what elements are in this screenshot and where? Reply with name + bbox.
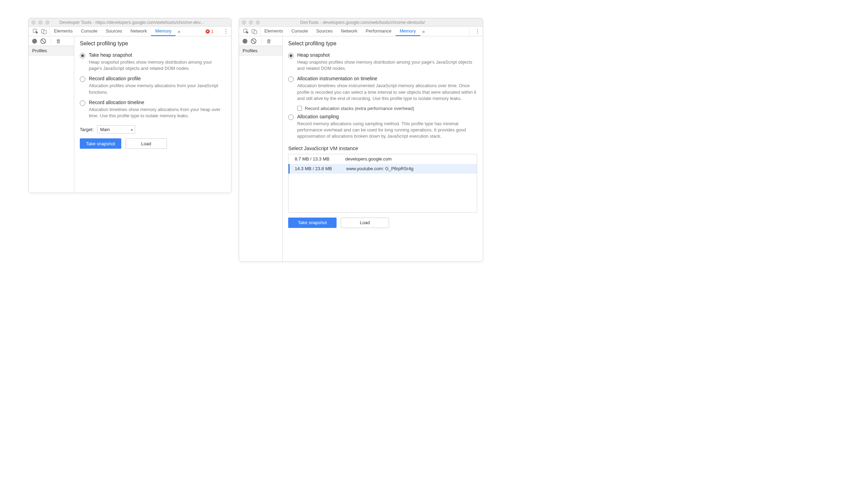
tab-memory[interactable]: Memory (396, 27, 420, 36)
error-count: 1 (211, 29, 214, 34)
panel-tabs: Elements Console Sources Network Perform… (239, 27, 483, 36)
option-allocation-timeline[interactable]: Allocation instrumentation on timeline A… (288, 74, 477, 104)
device-toggle-icon[interactable] (252, 29, 257, 34)
option-heap-snapshot[interactable]: Take heap snapshot Heap snapshot profile… (80, 50, 226, 74)
close-window-icon[interactable] (242, 20, 246, 25)
clear-icon[interactable] (40, 38, 46, 44)
sidebar-profiles-header[interactable]: Profiles (29, 46, 74, 56)
target-row: Target: Main ▾ (80, 125, 226, 134)
inspect-icon[interactable] (33, 29, 38, 34)
option-heap-snapshot[interactable]: Heap snapshot Heap snapshot profiles sho… (288, 50, 477, 74)
option-title: Allocation sampling (297, 114, 477, 119)
tab-console[interactable]: Console (77, 27, 102, 36)
option-allocation-sampling[interactable]: Allocation sampling Record memory alloca… (288, 112, 477, 142)
sidebar-profiles-header[interactable]: Profiles (239, 46, 282, 56)
main-panel: Select profiling type Heap snapshot Heap… (283, 36, 483, 261)
svg-rect-5 (254, 30, 257, 34)
take-snapshot-button[interactable]: Take snapshot (288, 218, 337, 228)
take-snapshot-button[interactable]: Take snapshot (80, 138, 121, 149)
titlebar: Developer Tools - https://developers.goo… (29, 18, 231, 27)
devtools-window-left: Developer Tools - https://developers.goo… (28, 18, 232, 193)
record-icon[interactable] (32, 39, 37, 44)
error-badge[interactable]: ✕ 1 (206, 29, 214, 34)
more-tabs-icon[interactable] (176, 27, 182, 36)
target-value: Main (100, 127, 110, 132)
radio-icon[interactable] (80, 53, 85, 58)
radio-icon[interactable] (288, 53, 294, 58)
inspect-icon[interactable] (243, 29, 249, 34)
vm-mem: 8.7 MB / 13.3 MB (289, 156, 344, 162)
option-desc: Allocation timelines show memory allocat… (89, 107, 226, 119)
option-allocation-timeline[interactable]: Record allocation timeline Allocation ti… (80, 98, 226, 121)
delete-icon[interactable]: 🗑 (266, 38, 272, 44)
radio-icon[interactable] (80, 76, 85, 82)
tab-memory[interactable]: Memory (151, 27, 176, 36)
option-allocation-profile[interactable]: Record allocation profile Allocation pro… (80, 74, 226, 97)
tab-sources[interactable]: Sources (102, 27, 126, 36)
divider (218, 28, 218, 35)
load-button[interactable]: Load (125, 138, 167, 149)
maximize-window-icon[interactable] (256, 20, 260, 25)
option-desc: Record memory allocations using sampling… (297, 121, 477, 140)
devtools-window-right: DevTools - developers.google.com/web/too… (239, 18, 483, 262)
record-icon[interactable] (243, 39, 247, 44)
traffic-lights (242, 20, 260, 25)
tab-console[interactable]: Console (287, 27, 312, 36)
suboption-record-stacks[interactable]: Record allocation stacks (extra performa… (297, 104, 477, 112)
tab-elements[interactable]: Elements (260, 27, 287, 36)
minimize-window-icon[interactable] (249, 20, 253, 25)
panel-tabs: Elements Console Sources Network Memory … (29, 27, 231, 36)
load-button[interactable]: Load (341, 218, 389, 228)
minimize-window-icon[interactable] (38, 20, 43, 25)
profiles-sidebar: 🗑 Profiles (239, 36, 283, 261)
tab-network[interactable]: Network (126, 27, 151, 36)
vm-instance-row[interactable]: 8.7 MB / 13.3 MB developers.google.com (289, 154, 477, 164)
option-desc: Heap snapshot profiles show memory distr… (297, 59, 477, 72)
profiling-heading: Select profiling type (288, 40, 477, 47)
close-window-icon[interactable] (31, 20, 36, 25)
vm-host: developers.google.com (344, 156, 477, 162)
settings-menu-icon[interactable] (474, 29, 479, 34)
traffic-lights (31, 20, 49, 25)
window-title: DevTools - developers.google.com/web/too… (265, 20, 480, 25)
tab-network[interactable]: Network (337, 27, 362, 36)
tab-elements[interactable]: Elements (50, 27, 77, 36)
checkbox-icon[interactable] (297, 106, 302, 111)
svg-rect-2 (44, 30, 46, 34)
divider (261, 38, 262, 44)
option-title: Allocation instrumentation on timeline (297, 76, 477, 81)
target-label: Target: (80, 127, 94, 132)
chevron-down-icon: ▾ (131, 128, 133, 132)
radio-icon[interactable] (80, 100, 85, 106)
button-row: Take snapshot Load (288, 218, 477, 228)
vm-table: 8.7 MB / 13.3 MB developers.google.com 1… (288, 154, 477, 213)
vm-instance-row[interactable]: 14.3 MB / 23.8 MB www.youtube.com: G_P6r… (289, 164, 477, 174)
window-title: Developer Tools - https://developers.goo… (54, 20, 228, 25)
vm-mem: 14.3 MB / 23.8 MB (290, 166, 345, 171)
suboption-label: Record allocation stacks (extra performa… (305, 106, 414, 111)
option-desc: Allocation profiles show memory allocati… (89, 83, 226, 95)
option-title: Record allocation profile (89, 76, 226, 81)
clear-icon[interactable] (251, 38, 256, 44)
divider (51, 38, 51, 44)
profiles-sidebar: 🗑 Profiles (29, 36, 74, 193)
option-desc: Heap snapshot profiles show memory distr… (89, 59, 226, 72)
device-toggle-icon[interactable] (41, 29, 47, 34)
profiling-heading: Select profiling type (80, 40, 226, 47)
settings-menu-icon[interactable] (222, 29, 228, 34)
radio-icon[interactable] (288, 76, 294, 82)
tab-sources[interactable]: Sources (312, 27, 337, 36)
target-select[interactable]: Main ▾ (97, 125, 135, 134)
button-row: Take snapshot Load (80, 138, 226, 149)
option-title: Heap snapshot (297, 52, 477, 58)
more-tabs-icon[interactable] (420, 27, 427, 36)
vm-host: www.youtube.com: G_P6rpRSr4g (345, 166, 477, 171)
option-desc: Allocation timelines show instrumented J… (297, 83, 477, 102)
maximize-window-icon[interactable] (45, 20, 49, 25)
tab-performance[interactable]: Performance (361, 27, 395, 36)
vm-section: Select JavaScript VM instance 8.7 MB / 1… (288, 145, 477, 213)
radio-icon[interactable] (288, 114, 294, 120)
delete-icon[interactable]: 🗑 (56, 38, 61, 44)
error-icon: ✕ (206, 29, 210, 34)
vm-heading: Select JavaScript VM instance (288, 145, 477, 151)
